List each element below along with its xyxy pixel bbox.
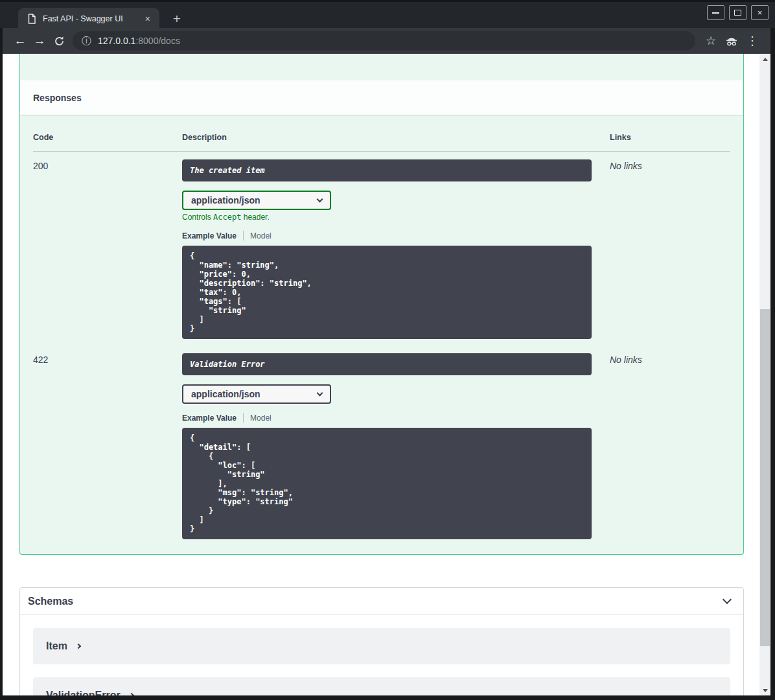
incognito-icon (721, 36, 742, 47)
response-row-422: 422 Validation Error application/json Ex… (33, 339, 730, 539)
vertical-scrollbar[interactable] (759, 54, 770, 695)
triangle-up-icon (763, 58, 768, 61)
back-icon[interactable]: ← (10, 34, 30, 48)
scroll-down-arrow[interactable] (759, 686, 770, 695)
tab-strip: Fast API - Swagger UI × + × (0, 0, 775, 28)
chevron-right-icon (76, 644, 81, 649)
column-header-code: Code (33, 133, 182, 142)
example-json-block: { "name": "string", "price": 0, "descrip… (182, 246, 592, 339)
chevron-down-icon (317, 196, 323, 202)
schemas-title: Schemas (28, 596, 73, 607)
note-prefix: Controls (182, 213, 213, 222)
chevron-down-icon (317, 390, 323, 396)
close-button[interactable]: × (751, 5, 769, 20)
triangle-down-icon (763, 689, 768, 692)
response-description-cell: The created item application/json Contro… (182, 159, 610, 339)
tab-separator (243, 231, 244, 240)
tab-example-value[interactable]: Example Value (182, 414, 237, 423)
url-host: 127.0.0.1 (98, 36, 135, 46)
response-code: 422 (33, 353, 182, 539)
responses-title: Responses (33, 93, 82, 103)
schemas-header[interactable]: Schemas (20, 588, 743, 615)
media-type-value: application/json (191, 389, 260, 399)
responses-panel: Responses Code Description Links 200 The… (19, 54, 744, 555)
browser-toolbar: ← → ⓘ 127.0.0.1:8000/docs ☆ ⋮ (3, 28, 770, 54)
accept-header-note: Controls Accept header. (182, 213, 610, 222)
schema-name: Item (46, 640, 67, 652)
note-suffix: header. (241, 213, 269, 222)
example-json-block: { "detail": [ { "loc": [ "string" ], "ms… (182, 428, 592, 539)
response-code: 200 (33, 159, 182, 339)
panel-top-spacer (20, 54, 743, 80)
schema-validationerror[interactable]: ValidationError (33, 677, 730, 695)
responses-section-header: Responses (20, 80, 743, 115)
address-bar[interactable]: ⓘ 127.0.0.1:8000/docs (73, 31, 695, 51)
responses-table-head: Code Description Links (33, 126, 730, 152)
column-header-description: Description (182, 133, 610, 142)
menu-icon[interactable]: ⋮ (742, 34, 763, 48)
chevron-down-icon[interactable] (723, 595, 732, 604)
media-type-select[interactable]: application/json (182, 191, 331, 210)
maximize-icon (734, 10, 741, 16)
example-model-tabs: Example Value Model (182, 231, 610, 240)
chevron-right-icon (128, 693, 133, 695)
browser-tab[interactable]: Fast API - Swagger UI × (18, 8, 159, 30)
tab-separator (243, 413, 244, 423)
media-type-select[interactable]: application/json (182, 384, 331, 404)
responses-table: Code Description Links 200 The created i… (20, 115, 743, 539)
response-row-200: 200 The created item application/json Co… (33, 152, 730, 339)
response-description: Validation Error (182, 353, 592, 375)
close-icon: × (758, 8, 763, 18)
schemas-section: Schemas Item ValidationError (19, 587, 744, 695)
scroll-up-arrow[interactable] (759, 54, 770, 64)
minimize-icon (712, 12, 719, 14)
url-path: :8000/docs (135, 36, 180, 46)
media-type-value: application/json (191, 195, 260, 205)
note-accept: Accept (213, 213, 241, 222)
maximize-button[interactable] (729, 5, 746, 20)
schemas-list: Item ValidationError (20, 615, 743, 695)
window-controls: × (707, 5, 769, 20)
schema-name: ValidationError (46, 690, 121, 695)
response-description-cell: Validation Error application/json Exampl… (182, 353, 610, 539)
page-viewport: Responses Code Description Links 200 The… (3, 54, 770, 695)
tab-title: Fast API - Swagger UI (43, 14, 143, 23)
reload-icon[interactable] (49, 36, 69, 47)
example-model-tabs: Example Value Model (182, 413, 610, 423)
tab-model[interactable]: Model (250, 231, 272, 240)
forward-icon[interactable]: → (30, 34, 49, 48)
scrollbar-thumb[interactable] (760, 309, 770, 646)
favicon-icon (27, 14, 36, 24)
minimize-button[interactable] (707, 5, 724, 20)
bookmark-star-icon[interactable]: ☆ (700, 34, 721, 48)
response-links: No links (610, 159, 730, 339)
tab-model[interactable]: Model (250, 414, 272, 423)
new-tab-button[interactable]: + (168, 10, 185, 27)
response-description: The created item (182, 159, 592, 181)
tab-example-value[interactable]: Example Value (182, 231, 237, 240)
tab-close-icon[interactable]: × (143, 13, 153, 25)
response-links: No links (610, 353, 730, 539)
column-header-links: Links (610, 133, 730, 142)
page-info-icon[interactable]: ⓘ (82, 35, 91, 47)
schema-item[interactable]: Item (33, 628, 730, 664)
